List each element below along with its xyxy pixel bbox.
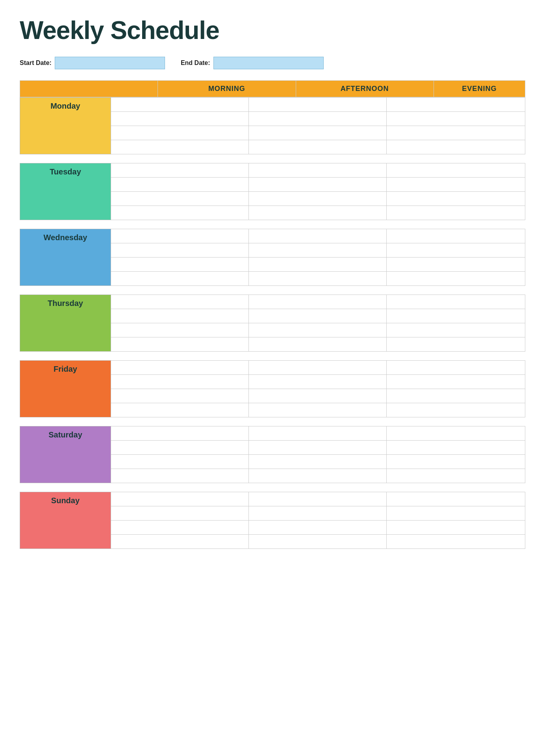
thursday-morning-4[interactable] [111,337,248,352]
wednesday-evening-2[interactable] [387,243,525,258]
tuesday-morning-2[interactable] [111,178,248,192]
thursday-afternoon-2[interactable] [249,309,387,323]
friday-morning-2[interactable] [111,375,248,389]
header-day-col [20,81,158,97]
saturday-morning-3[interactable] [111,455,248,469]
friday-evening-2[interactable] [387,375,525,389]
friday-morning-4[interactable] [111,403,248,417]
monday-label: Monday [20,98,111,154]
wednesday-evening-1[interactable] [387,229,525,243]
sunday-label: Sunday [20,492,111,549]
monday-afternoon-1[interactable] [249,98,387,112]
thursday-evening-3[interactable] [387,323,525,337]
friday-morning-3[interactable] [111,389,248,403]
schedule-header: MORNING AFTERNOON EVENING [20,80,525,97]
start-date-label: Start Date: [20,59,52,67]
thursday-afternoon-3[interactable] [249,323,387,337]
monday-morning-4[interactable] [111,140,248,154]
thursday-evening-2[interactable] [387,309,525,323]
start-date-input[interactable] [55,57,165,69]
tuesday-afternoon-2[interactable] [249,178,387,192]
monday-afternoon-3[interactable] [249,126,387,140]
thursday-evening-4[interactable] [387,337,525,352]
tuesday-evening-2[interactable] [387,178,525,192]
wednesday-evening-4[interactable] [387,272,525,286]
wednesday-morning-4[interactable] [111,272,248,286]
saturday-section: Saturday [20,426,525,483]
wednesday-afternoon-3[interactable] [249,258,387,272]
saturday-morning-1[interactable] [111,426,248,441]
tuesday-section: Tuesday [20,163,525,220]
sunday-evening-1[interactable] [387,492,525,506]
end-date-input[interactable] [213,57,324,69]
wednesday-afternoon-2[interactable] [249,243,387,258]
tuesday-morning-1[interactable] [111,163,248,178]
thursday-morning-3[interactable] [111,323,248,337]
saturday-evening-2[interactable] [387,441,525,455]
wednesday-morning-1[interactable] [111,229,248,243]
tuesday-evening-4[interactable] [387,206,525,220]
wednesday-evening-3[interactable] [387,258,525,272]
thursday-evening-1[interactable] [387,295,525,309]
wednesday-morning-2[interactable] [111,243,248,258]
thursday-morning-1[interactable] [111,295,248,309]
saturday-afternoon-1[interactable] [249,426,387,441]
tuesday-afternoon-4[interactable] [249,206,387,220]
wednesday-label: Wednesday [20,229,111,286]
tuesday-morning-3[interactable] [111,192,248,206]
wednesday-section: Wednesday [20,229,525,286]
tuesday-morning-4[interactable] [111,206,248,220]
sunday-morning-1[interactable] [111,492,248,506]
end-date-label: End Date: [181,59,210,67]
sunday-morning-2[interactable] [111,506,248,521]
friday-afternoon-3[interactable] [249,389,387,403]
start-date-group: Start Date: [20,57,165,69]
monday-morning-2[interactable] [111,112,248,126]
thursday-row-1: Thursday [20,295,525,309]
sunday-evening-3[interactable] [387,521,525,535]
monday-evening-4[interactable] [387,140,525,154]
sunday-evening-4[interactable] [387,535,525,549]
tuesday-afternoon-3[interactable] [249,192,387,206]
sunday-afternoon-2[interactable] [249,506,387,521]
friday-evening-1[interactable] [387,361,525,375]
sunday-morning-4[interactable] [111,535,248,549]
saturday-evening-1[interactable] [387,426,525,441]
wednesday-afternoon-4[interactable] [249,272,387,286]
tuesday-afternoon-1[interactable] [249,163,387,178]
monday-afternoon-2[interactable] [249,112,387,126]
thursday-afternoon-1[interactable] [249,295,387,309]
saturday-evening-3[interactable] [387,455,525,469]
saturday-morning-4[interactable] [111,469,248,483]
saturday-afternoon-4[interactable] [249,469,387,483]
sunday-evening-2[interactable] [387,506,525,521]
thursday-afternoon-4[interactable] [249,337,387,352]
header-evening: EVENING [434,81,525,97]
friday-afternoon-2[interactable] [249,375,387,389]
sunday-afternoon-4[interactable] [249,535,387,549]
saturday-row-1: Saturday [20,426,525,441]
sunday-morning-3[interactable] [111,521,248,535]
monday-evening-1[interactable] [387,98,525,112]
friday-evening-3[interactable] [387,389,525,403]
saturday-afternoon-3[interactable] [249,455,387,469]
saturday-evening-4[interactable] [387,469,525,483]
thursday-morning-2[interactable] [111,309,248,323]
monday-morning-3[interactable] [111,126,248,140]
sunday-afternoon-1[interactable] [249,492,387,506]
monday-evening-3[interactable] [387,126,525,140]
monday-morning-1[interactable] [111,98,248,112]
friday-evening-4[interactable] [387,403,525,417]
wednesday-afternoon-1[interactable] [249,229,387,243]
friday-morning-1[interactable] [111,361,248,375]
tuesday-evening-3[interactable] [387,192,525,206]
saturday-morning-2[interactable] [111,441,248,455]
sunday-afternoon-3[interactable] [249,521,387,535]
friday-afternoon-1[interactable] [249,361,387,375]
friday-afternoon-4[interactable] [249,403,387,417]
saturday-afternoon-2[interactable] [249,441,387,455]
wednesday-morning-3[interactable] [111,258,248,272]
tuesday-evening-1[interactable] [387,163,525,178]
monday-evening-2[interactable] [387,112,525,126]
monday-afternoon-4[interactable] [249,140,387,154]
